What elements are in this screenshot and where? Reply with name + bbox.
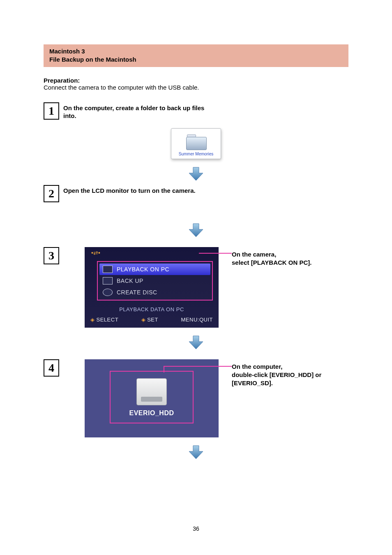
callout-line xyxy=(199,253,232,254)
arrow-down-icon xyxy=(44,223,348,239)
drive-icon xyxy=(136,378,167,405)
label-set: SET xyxy=(147,317,158,323)
camera-menu-box: PLAYBACK ON PC BACK UP CREATE DISC xyxy=(97,261,213,301)
preparation-title: Preparation: xyxy=(44,77,80,84)
camera-bottom-bar: ◈SELECT ◈SET MENU:QUIT xyxy=(85,315,219,325)
folder-label: Summer Memories xyxy=(179,152,213,156)
menu-item-label: CREATE DISC xyxy=(117,289,157,296)
camera-menu-screen: •⇄• PLAYBACK ON PC BACK UP CREATE DISC xyxy=(85,247,219,328)
menu-item-label: PLAYBACK ON PC xyxy=(117,266,169,273)
step-2: 2 Open the LCD monitor to turn on the ca… xyxy=(44,185,348,202)
step-number: 4 xyxy=(44,359,59,377)
callout-line xyxy=(164,366,164,372)
step-number: 3 xyxy=(44,247,59,264)
folder-icon xyxy=(186,134,206,149)
drive-label: EVERIO_HDD xyxy=(111,409,193,417)
usb-icon: •⇄• xyxy=(91,250,100,256)
screen-icon xyxy=(103,266,113,273)
step-4-note: On the computer, double-click [EVERIO_HD… xyxy=(232,363,330,388)
camera-menu-desc: PLAYBACK DATA ON PC xyxy=(85,306,219,312)
step-text: Open the LCD monitor to turn on the came… xyxy=(63,185,196,195)
banner-line1: Macintosh 3 xyxy=(49,47,343,56)
disc-icon xyxy=(103,289,113,296)
menu-item-label: BACK UP xyxy=(117,278,143,284)
menu-item-playback-on-pc[interactable]: PLAYBACK ON PC xyxy=(99,264,210,275)
dpad-icon: ◈ xyxy=(90,317,95,323)
preparation-text: Connect the camera to the computer with … xyxy=(44,84,199,91)
section-banner: Macintosh 3 File Backup on the Macintosh xyxy=(44,44,348,67)
step-number: 2 xyxy=(44,185,59,202)
arrow-down-icon xyxy=(44,445,348,461)
label-select: SELECT xyxy=(97,317,119,323)
arrow-down-icon xyxy=(44,166,348,183)
page-number: 36 xyxy=(0,525,392,532)
arrow-down-icon xyxy=(44,335,348,351)
screen-icon xyxy=(103,277,113,284)
desktop-drive-screen: EVERIO_HDD xyxy=(85,359,219,437)
step-number: 1 xyxy=(44,102,59,120)
step-text: On the computer, create a folder to back… xyxy=(63,102,211,120)
drive-item[interactable]: EVERIO_HDD xyxy=(110,371,194,423)
step-4: 4 EVERIO_HDD On the computer, double-cli… xyxy=(44,359,348,437)
step-3: 3 •⇄• PLAYBACK ON PC BACK UP xyxy=(44,247,348,328)
label-quit: MENU:QUIT xyxy=(181,317,213,323)
callout-line xyxy=(164,366,232,367)
menu-item-create-disc[interactable]: CREATE DISC xyxy=(99,287,210,298)
dpad-icon: ◈ xyxy=(141,317,146,323)
menu-item-back-up[interactable]: BACK UP xyxy=(99,275,210,287)
step-3-note: On the camera, select [PLAYBACK ON PC]. xyxy=(232,250,312,267)
preparation-block: Preparation: Connect the camera to the c… xyxy=(44,77,348,91)
step-1: 1 On the computer, create a folder to ba… xyxy=(44,102,348,120)
folder-illustration: Summer Memories xyxy=(44,128,348,159)
banner-line2: File Backup on the Macintosh xyxy=(49,56,343,64)
